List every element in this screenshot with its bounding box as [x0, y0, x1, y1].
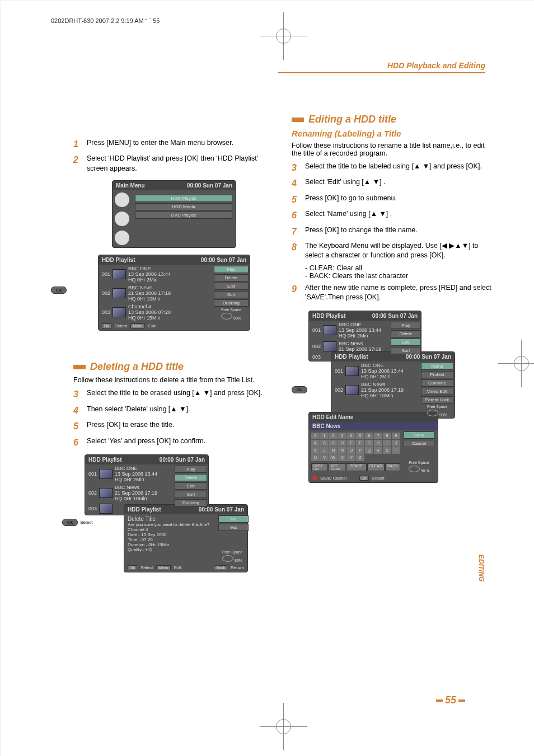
key-R[interactable]: R: [374, 447, 382, 454]
key-A[interactable]: A: [311, 440, 320, 447]
osd-keyboard: HDD Edit Name BBC News 0123456789ABCDEFG…: [308, 412, 438, 483]
key-V[interactable]: V: [320, 454, 329, 461]
r-step-8b: - BACK: Clears the last character: [305, 272, 493, 280]
media-icon: [115, 212, 129, 226]
osd-delete-confirm: HDD Playlist00:00 Sun 07 Jan Delete Titl…: [124, 504, 248, 572]
hdd-icon: [115, 192, 129, 207]
key-L[interactable]: L: [320, 447, 329, 454]
r-step-4: 4Select 'Edit' using [▲ ▼] .: [292, 177, 493, 190]
key-Y[interactable]: Y: [347, 454, 355, 461]
dvd-icon: [115, 231, 129, 245]
page-number: 55: [434, 694, 467, 706]
key-C[interactable]: C: [329, 440, 338, 447]
key-3[interactable]: 3: [338, 433, 346, 439]
menu-hdd-media[interactable]: HDD Media: [135, 203, 232, 210]
registration-mark-top: [276, 29, 291, 44]
key-5[interactable]: 5: [356, 433, 364, 439]
step-4: 4Then select 'Delete' using [▲ ▼].: [73, 405, 275, 417]
key-G[interactable]: G: [365, 440, 373, 447]
title-row-1[interactable]: 001BBC ONE13 Sep 2006 13:44HQ 0Hr 2Min: [99, 265, 213, 284]
r-step-6: 6Select 'Name' using [▲ ▼] .: [292, 209, 493, 222]
title-row-3[interactable]: 003Channel 413 Sep 2006 07:20HQ 0Hr 15Mi…: [99, 303, 213, 322]
key-P[interactable]: P: [356, 447, 364, 454]
key-U[interactable]: U: [311, 454, 320, 461]
section-header: HDD Playback and Editing: [278, 61, 485, 73]
name-field[interactable]: BBC News: [309, 422, 438, 430]
side-tab-editing: EDITING: [477, 555, 485, 582]
key-I[interactable]: I: [383, 440, 391, 447]
key-X[interactable]: X: [338, 454, 346, 461]
ok-pill: Ok: [51, 287, 67, 294]
keyboard-grid[interactable]: 0123456789ABCDEFGHIJKLMNOPQRSTUVWXYZ: [309, 430, 402, 463]
delete-intro: Follow these instructions to delete a ti…: [73, 376, 275, 384]
r-step-9: 9 After the new title name is complete, …: [292, 283, 493, 303]
menu-hdd-playlist[interactable]: HDD Playlist: [135, 195, 232, 202]
print-header: 0202DRHT-630 2007.2.2 9:19 AM ˘ ` 55: [51, 17, 160, 24]
key-K[interactable]: K: [311, 447, 320, 454]
key-9[interactable]: 9: [392, 433, 400, 439]
confirm-yes[interactable]: Yes: [218, 524, 249, 531]
key-2[interactable]: 2: [329, 433, 338, 439]
action-play[interactable]: Play: [214, 266, 249, 273]
key-M[interactable]: M: [329, 447, 338, 454]
key-7[interactable]: 7: [374, 433, 382, 439]
r-step-8: 8The Keyboard Menu will be displayed. Us…: [292, 241, 493, 261]
step-2: 2Select 'HDD Playlist' and press [OK] th…: [73, 154, 275, 173]
key-B[interactable]: B: [320, 440, 329, 447]
step-3: 3Select the title to be erased using [▲ …: [73, 388, 275, 401]
confirm-no[interactable]: No: [218, 515, 249, 523]
r-step-7: 7Press [OK] to change the title name.: [292, 226, 493, 238]
right-column: Editing a HDD title Renaming (Labeling) …: [292, 108, 493, 483]
key-6[interactable]: 6: [365, 433, 373, 439]
key-S[interactable]: S: [383, 447, 391, 454]
key-8[interactable]: 8: [383, 433, 391, 439]
key-H[interactable]: H: [374, 440, 382, 447]
r-step-8a: - CLEAR: Clear all: [305, 264, 493, 272]
submenu-name[interactable]: Name: [421, 363, 453, 370]
submenu-videoedit[interactable]: Video Edit: [421, 388, 453, 395]
registration-mark-right: [514, 356, 529, 371]
step-6: 6Select 'Yes' and press [OK] to confirm.: [73, 436, 275, 449]
r-step-3: 3Select the title to be labeled using [▲…: [292, 162, 493, 174]
action-delete[interactable]: Delete: [214, 274, 249, 281]
osd-edit-2: HDD Playlist00:00 Sun 07 Jan 001BBC ONE1…: [331, 351, 455, 419]
kb-save[interactable]: Save: [404, 431, 434, 439]
renaming-heading: Renaming (Labeling) a Title: [292, 129, 493, 138]
menu-dvd-playlist[interactable]: DVD Playlist: [135, 212, 232, 219]
editing-title-heading: Editing a HDD title: [308, 114, 396, 125]
key-O[interactable]: O: [347, 447, 355, 454]
kb-cancel[interactable]: Cancel: [404, 440, 434, 447]
key-N[interactable]: N: [338, 447, 346, 454]
key-W[interactable]: W: [329, 454, 338, 461]
registration-mark-bottom: [276, 719, 291, 734]
osd-main-menu: Main Menu00:00 Sun 07 Jan HDD Playlist H…: [112, 180, 236, 248]
deleting-title-heading: Deleting a HDD title: [90, 361, 184, 373]
key-Z[interactable]: Z: [356, 454, 364, 461]
key-Q[interactable]: Q: [365, 447, 373, 454]
submenu-parentlock[interactable]: Parent Lock: [421, 396, 453, 403]
key-E[interactable]: E: [347, 440, 355, 447]
step-5: 5Press [OK] to erase the title.: [73, 420, 275, 433]
key-1[interactable]: 1: [320, 433, 329, 439]
step-1: 1Press [MENU] to enter the Main menu bro…: [73, 138, 275, 151]
key-4[interactable]: 4: [347, 433, 355, 439]
manual-page: 0202DRHT-630 2007.2.2 9:19 AM ˘ ` 55 HDD…: [0, 0, 534, 756]
key-0[interactable]: 0: [311, 433, 320, 439]
r-step-5: 5Press [OK] to go to submenu.: [292, 194, 493, 206]
submenu-combine[interactable]: Combine: [421, 379, 453, 387]
key-F[interactable]: F: [356, 440, 364, 447]
key-T[interactable]: T: [392, 447, 400, 454]
key-D[interactable]: D: [338, 440, 346, 447]
action-dubbing[interactable]: Dubbing: [214, 299, 249, 307]
rename-intro: Follow these instructions to rename a ti…: [292, 142, 493, 157]
left-column: 1Press [MENU] to enter the Main menu bro…: [73, 135, 275, 572]
submenu-protect[interactable]: Protect: [421, 371, 453, 378]
key-J[interactable]: J: [392, 440, 400, 447]
